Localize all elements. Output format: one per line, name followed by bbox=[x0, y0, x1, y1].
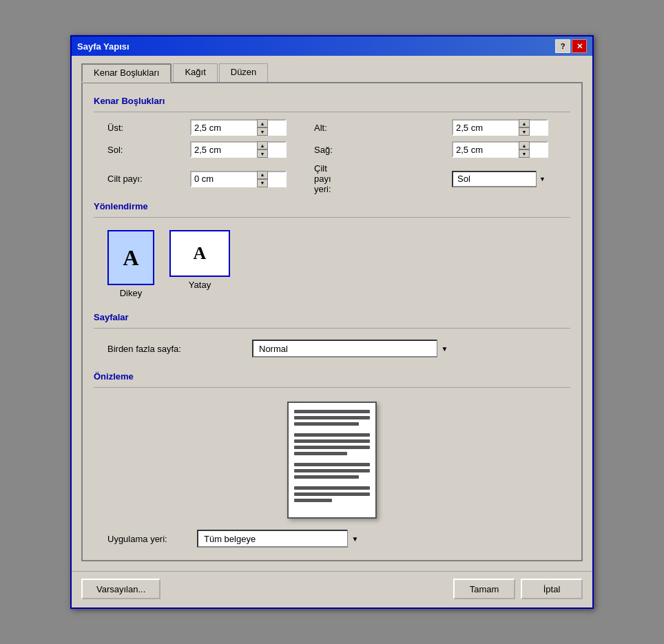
preview-line-13 bbox=[294, 499, 332, 502]
preview-line-10 bbox=[294, 475, 359, 479]
preview-section-label: Önizleme bbox=[94, 371, 570, 382]
alt-down-arrow[interactable]: ▼ bbox=[519, 127, 530, 136]
preview-line-12 bbox=[294, 492, 370, 496]
birden-label: Birden fazla sayfa: bbox=[107, 344, 245, 354]
sag-input[interactable] bbox=[453, 143, 519, 156]
sag-arrows: ▲ ▼ bbox=[519, 141, 530, 158]
sol-down-arrow[interactable]: ▼ bbox=[257, 149, 268, 158]
apply-select[interactable]: Tüm belgeye Bu noktadan sona bbox=[197, 530, 362, 548]
orientation-section-label: Yönlendirme bbox=[94, 201, 570, 211]
preview-line-3 bbox=[294, 422, 359, 426]
dikey-button[interactable]: A Dikey bbox=[107, 230, 154, 298]
sol-input[interactable] bbox=[191, 143, 257, 156]
preview-line-4 bbox=[294, 433, 370, 437]
cilt-label: Cilt payı: bbox=[107, 174, 190, 184]
dialog-bottom: Varsayılan... Tamam İptal bbox=[72, 571, 592, 607]
dialog-content: Kenar Boşlukları Kağıt Düzen Kenar Boşlu… bbox=[72, 56, 592, 571]
sag-label: Sağ: bbox=[300, 145, 342, 155]
pages-section-label: Sayfalar bbox=[94, 312, 570, 322]
preview-line-2 bbox=[294, 416, 370, 419]
title-bar-buttons: ? ✕ bbox=[555, 39, 587, 53]
iptal-button[interactable]: İptal bbox=[521, 579, 583, 599]
yatay-icon: A bbox=[169, 230, 230, 277]
alt-spinbox[interactable]: ▲ ▼ bbox=[452, 119, 548, 136]
pages-row: Birden fazla sayfa: Normal Ayna kenar bo… bbox=[94, 335, 570, 362]
preview-line-1 bbox=[294, 410, 370, 413]
cilt-input[interactable] bbox=[191, 172, 257, 185]
sag-spinbox[interactable]: ▲ ▼ bbox=[452, 141, 548, 158]
apply-row: Uygulama yeri: Tüm belgeye Bu noktadan s… bbox=[94, 526, 570, 549]
apply-label: Uygulama yeri: bbox=[107, 534, 190, 544]
varsayilan-button[interactable]: Varsayılan... bbox=[81, 579, 160, 599]
ust-down-arrow[interactable]: ▼ bbox=[257, 127, 268, 136]
margins-section-label: Kenar Boşlukları bbox=[94, 96, 570, 106]
dialog-window: Sayfa Yapısı ? ✕ Kenar Boşlukları Kağıt … bbox=[70, 35, 594, 609]
cilt-yeri-select[interactable]: Sol Sağ Üst bbox=[452, 171, 548, 187]
right-buttons: Tamam İptal bbox=[453, 579, 583, 599]
apply-select-wrapper: Tüm belgeye Bu noktadan sona ▼ bbox=[197, 530, 362, 548]
help-button[interactable]: ? bbox=[555, 39, 570, 53]
alt-input[interactable] bbox=[453, 121, 519, 134]
alt-up-arrow[interactable]: ▲ bbox=[519, 119, 530, 127]
yatay-label: Yatay bbox=[189, 280, 211, 290]
preview-line-11 bbox=[294, 486, 370, 490]
cilt-arrows: ▲ ▼ bbox=[257, 171, 268, 187]
ust-label: Üst: bbox=[107, 123, 190, 133]
tab-kagit[interactable]: Kağıt bbox=[173, 63, 217, 83]
cilt-yeri-wrapper: Sol Sağ Üst ▼ bbox=[452, 171, 548, 187]
left-buttons: Varsayılan... bbox=[81, 579, 160, 599]
preview-line-5 bbox=[294, 439, 370, 443]
dikey-icon: A bbox=[107, 230, 154, 285]
tamam-button[interactable]: Tamam bbox=[453, 579, 515, 599]
title-bar: Sayfa Yapısı ? ✕ bbox=[72, 37, 592, 56]
preview-line-9 bbox=[294, 469, 370, 472]
alt-arrows: ▲ ▼ bbox=[519, 119, 530, 136]
orientation-buttons: A Dikey A Yatay bbox=[94, 225, 570, 304]
tab-kenar-boslukları[interactable]: Kenar Boşlukları bbox=[81, 63, 172, 83]
tab-bar: Kenar Boşlukları Kağıt Düzen bbox=[81, 63, 583, 82]
sag-down-arrow[interactable]: ▼ bbox=[519, 149, 530, 158]
sol-arrows: ▲ ▼ bbox=[257, 141, 268, 158]
dikey-label: Dikey bbox=[120, 288, 143, 298]
sol-label: Sol: bbox=[107, 145, 190, 155]
ust-up-arrow[interactable]: ▲ bbox=[257, 119, 268, 127]
cilt-down-arrow[interactable]: ▼ bbox=[257, 179, 268, 187]
preview-page bbox=[287, 402, 377, 519]
close-button[interactable]: ✕ bbox=[572, 39, 587, 53]
preview-line-8 bbox=[294, 463, 370, 466]
sag-up-arrow[interactable]: ▲ bbox=[519, 141, 530, 149]
ust-arrows: ▲ ▼ bbox=[257, 119, 268, 136]
alt-label: Alt: bbox=[300, 123, 342, 133]
preview-line-6 bbox=[294, 446, 370, 449]
yatay-button[interactable]: A Yatay bbox=[169, 230, 230, 298]
ust-spinbox[interactable]: ▲ ▼ bbox=[190, 119, 287, 136]
cilt-up-arrow[interactable]: ▲ bbox=[257, 171, 268, 179]
preview-line-7 bbox=[294, 452, 347, 455]
sol-up-arrow[interactable]: ▲ bbox=[257, 141, 268, 149]
ust-input[interactable] bbox=[191, 121, 257, 134]
sol-spinbox[interactable]: ▲ ▼ bbox=[190, 141, 287, 158]
dialog-title: Sayfa Yapısı bbox=[77, 41, 129, 52]
tab-duzen[interactable]: Düzen bbox=[219, 63, 269, 83]
tab-panel: Kenar Boşlukları Üst: ▲ ▼ Alt: bbox=[81, 82, 583, 561]
birden-select-wrapper: Normal Ayna kenar boşlukları 2 sayfa yan… bbox=[252, 340, 452, 357]
cilt-spinbox[interactable]: ▲ ▼ bbox=[190, 171, 287, 187]
preview-box bbox=[94, 395, 570, 526]
birden-select[interactable]: Normal Ayna kenar boşlukları 2 sayfa yan… bbox=[252, 340, 452, 357]
cilt-yeri-label: Çilt payı yeri: bbox=[300, 163, 342, 194]
